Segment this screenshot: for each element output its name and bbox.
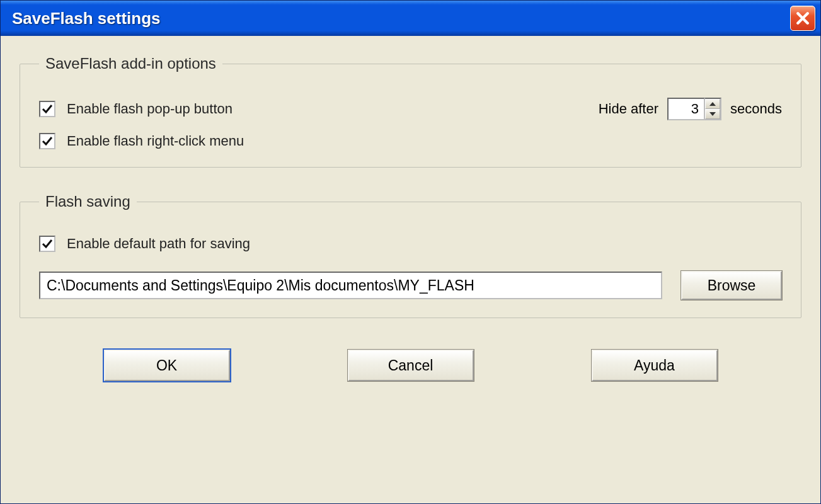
hide-after-label: Hide after (599, 101, 658, 117)
addin-options-legend: SaveFlash add-in options (39, 55, 222, 72)
enable-rightclick-checkbox[interactable] (39, 133, 55, 149)
hide-after-input[interactable] (667, 98, 705, 120)
spinner-up-button[interactable] (705, 99, 720, 109)
seconds-label: seconds (730, 101, 782, 117)
addin-options-group: SaveFlash add-in options Enable flash po… (20, 55, 801, 168)
window-title: SaveFlash settings (12, 9, 161, 28)
help-button[interactable]: Ayuda (592, 350, 718, 381)
settings-dialog: SaveFlash settings SaveFlash add-in opti… (0, 0, 821, 504)
dialog-button-row: OK Cancel Ayuda (20, 343, 801, 394)
checkmark-icon (41, 135, 54, 147)
flash-saving-group: Flash saving Enable default path for sav… (20, 193, 801, 318)
chevron-up-icon (709, 102, 716, 106)
enable-popup-checkbox[interactable] (39, 101, 55, 117)
close-icon (796, 11, 810, 25)
enable-default-path-label: Enable default path for saving (67, 236, 250, 252)
browse-button[interactable]: Browse (681, 271, 782, 300)
ok-button[interactable]: OK (104, 350, 230, 381)
checkmark-icon (41, 103, 54, 115)
hide-after-spinner (667, 98, 721, 120)
chevron-down-icon (709, 112, 716, 116)
save-path-input[interactable] (39, 272, 662, 299)
flash-saving-legend: Flash saving (39, 193, 137, 210)
checkmark-icon (41, 238, 54, 250)
client-area: SaveFlash add-in options Enable flash po… (1, 36, 820, 503)
enable-default-path-checkbox[interactable] (39, 236, 55, 252)
cancel-button[interactable]: Cancel (348, 350, 474, 381)
hide-after-control: Hide after seconds (599, 98, 782, 120)
enable-popup-label: Enable flash pop-up button (67, 101, 233, 117)
spinner-down-button[interactable] (705, 109, 720, 119)
close-button[interactable] (790, 6, 815, 31)
titlebar[interactable]: SaveFlash settings (1, 1, 820, 36)
enable-rightclick-label: Enable flash right-click menu (67, 133, 244, 149)
